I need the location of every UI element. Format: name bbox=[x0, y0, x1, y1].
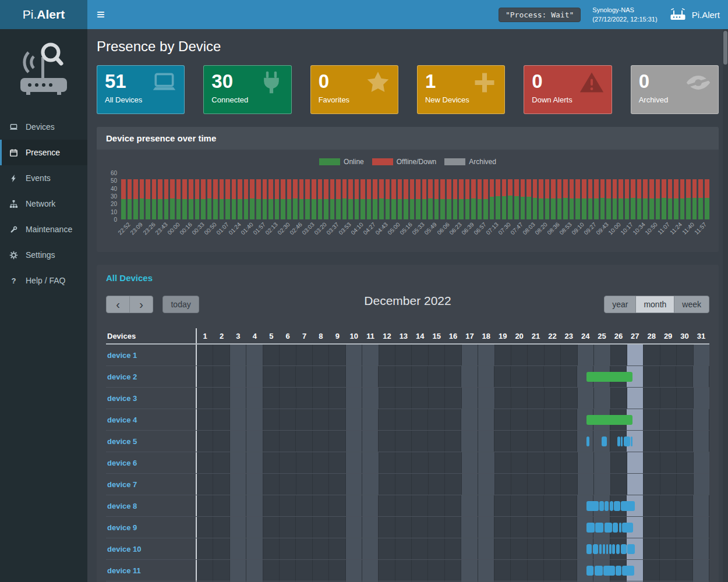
sidebar-toggle-icon[interactable]: ≡ bbox=[87, 0, 114, 29]
presence-event-bar[interactable] bbox=[593, 544, 598, 554]
sidebar-item-settings[interactable]: Settings bbox=[0, 242, 87, 268]
calendar-next-button[interactable]: › bbox=[129, 296, 153, 313]
laptop-icon bbox=[150, 70, 179, 98]
calendar-view-year-button[interactable]: year bbox=[604, 296, 636, 313]
presence-event-bar[interactable] bbox=[599, 501, 604, 511]
all-devices-panel: All Devices ‹ › today December 2022 year… bbox=[97, 265, 719, 582]
presence-event-bar[interactable] bbox=[616, 566, 621, 576]
device-link[interactable]: device 5 bbox=[107, 437, 137, 446]
device-link[interactable]: device 9 bbox=[107, 523, 137, 532]
device-link[interactable]: device 2 bbox=[107, 372, 137, 381]
presence-event-bar[interactable] bbox=[621, 436, 623, 446]
calendar-prev-button[interactable]: ‹ bbox=[106, 296, 130, 313]
calendar-day-cell bbox=[461, 517, 478, 538]
offline-segment bbox=[133, 179, 138, 200]
device-link[interactable]: device 3 bbox=[107, 394, 137, 403]
calendar-rows: device 1device 2device 3device 4device 5… bbox=[106, 345, 709, 582]
offline-segment bbox=[287, 179, 292, 200]
calendar-day-cell bbox=[346, 345, 362, 365]
navbar-right: "Process: Wait" Synology-NAS (27/12/2022… bbox=[499, 0, 728, 29]
navbar-brand-link[interactable]: Pi.Alert bbox=[669, 6, 720, 23]
offline-segment bbox=[152, 179, 157, 200]
device-link[interactable]: device 6 bbox=[107, 459, 137, 467]
presence-event-bar[interactable] bbox=[616, 544, 620, 554]
calendar-day-cell bbox=[296, 409, 312, 430]
calendar-day-cell bbox=[478, 366, 494, 387]
presence-event-bar[interactable] bbox=[595, 566, 603, 576]
calendar-day-cell bbox=[627, 474, 644, 495]
calendar-day-cell bbox=[263, 431, 280, 452]
calendar-day-cell bbox=[263, 517, 280, 538]
calendar-day-cell bbox=[462, 474, 478, 495]
presence-event-bar[interactable] bbox=[612, 544, 615, 554]
summary-card-down-alerts[interactable]: 0Down Alerts bbox=[524, 65, 612, 114]
device-link[interactable]: device 4 bbox=[107, 416, 137, 424]
presence-event-bar[interactable] bbox=[595, 523, 603, 533]
offline-segment bbox=[588, 179, 593, 198]
app-logo[interactable]: Pi.Alert bbox=[0, 0, 87, 29]
summary-card-favorites[interactable]: 0Favorites bbox=[310, 65, 398, 114]
x-tick-label: 00:33 bbox=[190, 221, 205, 236]
calendar-view-week-button[interactable]: week bbox=[674, 296, 709, 313]
presence-event-bar[interactable] bbox=[610, 501, 613, 511]
online-segment bbox=[128, 199, 132, 219]
calendar-day-cell bbox=[263, 538, 280, 559]
device-link[interactable]: device 1 bbox=[107, 351, 137, 360]
sidebar-item-presence[interactable]: Presence bbox=[0, 140, 87, 165]
summary-card-connected[interactable]: 30Connected bbox=[203, 65, 291, 114]
calendar-day-header: 18 bbox=[478, 328, 494, 343]
presence-event-bar[interactable] bbox=[622, 566, 634, 576]
presence-event-bar[interactable] bbox=[622, 523, 633, 533]
sidebar-item-devices[interactable]: Devices bbox=[0, 114, 87, 140]
calendar-day-header: 7 bbox=[296, 328, 312, 343]
presence-event-bar[interactable] bbox=[631, 436, 632, 446]
sidebar-item-maintenance[interactable]: Maintenance bbox=[0, 217, 87, 242]
presence-event-bar[interactable] bbox=[603, 544, 605, 554]
calendar-row-device-8: device 8 bbox=[106, 495, 709, 517]
calendar-day-cell bbox=[495, 345, 511, 365]
presence-event-bar[interactable] bbox=[619, 523, 621, 533]
presence-event-bar[interactable] bbox=[599, 544, 602, 554]
device-link[interactable]: device 10 bbox=[107, 545, 142, 553]
presence-event-bar[interactable] bbox=[606, 544, 609, 554]
presence-event-bar[interactable] bbox=[614, 501, 620, 511]
presence-event-bar[interactable] bbox=[621, 544, 627, 554]
presence-event-bar[interactable] bbox=[603, 566, 614, 576]
calendar-view-month-button[interactable]: month bbox=[635, 296, 674, 313]
calendar-day-cell bbox=[263, 452, 280, 473]
presence-event-bar[interactable] bbox=[586, 415, 632, 425]
summary-card-all-devices[interactable]: 51All Devices bbox=[97, 65, 185, 114]
presence-event-bar[interactable] bbox=[627, 544, 635, 554]
device-link[interactable]: device 11 bbox=[107, 566, 141, 575]
presence-event-bar[interactable] bbox=[609, 544, 612, 554]
x-tick-label: 03:37 bbox=[326, 221, 340, 236]
sidebar-item-help-faq[interactable]: ?Help / FAQ bbox=[0, 268, 87, 293]
presence-event-bar[interactable] bbox=[586, 501, 599, 511]
presence-event-bar[interactable] bbox=[621, 501, 635, 511]
sidebar-item-events[interactable]: Events bbox=[0, 165, 87, 191]
x-tick-label: 23:26 bbox=[142, 221, 156, 236]
sidebar-item-network[interactable]: Network bbox=[0, 191, 87, 217]
presence-event-bar[interactable] bbox=[605, 523, 612, 533]
offline-segment bbox=[643, 179, 648, 198]
presence-event-bar[interactable] bbox=[613, 523, 618, 533]
scrollbar-thumb[interactable] bbox=[723, 31, 727, 65]
presence-event-bar[interactable] bbox=[617, 436, 620, 446]
summary-card-new-devices[interactable]: 1New Devices bbox=[417, 65, 505, 114]
device-link[interactable]: device 8 bbox=[107, 502, 137, 510]
presence-event-bar[interactable] bbox=[586, 544, 592, 554]
presence-event-bar[interactable] bbox=[586, 523, 595, 533]
chart-bar bbox=[434, 179, 439, 219]
x-tick-label: 02:13 bbox=[264, 221, 278, 236]
presence-event-bar[interactable] bbox=[624, 436, 630, 446]
presence-event-bar[interactable] bbox=[605, 501, 609, 511]
presence-event-bar[interactable] bbox=[586, 372, 632, 382]
summary-card-archived[interactable]: 0Archived bbox=[631, 65, 719, 114]
presence-event-bar[interactable] bbox=[602, 436, 607, 446]
presence-event-bar[interactable] bbox=[586, 566, 594, 576]
device-link[interactable]: device 7 bbox=[107, 480, 137, 489]
presence-event-bar[interactable] bbox=[586, 436, 590, 446]
calendar-today-button[interactable]: today bbox=[162, 296, 199, 313]
navbar-brand-label: Pi.Alert bbox=[692, 10, 720, 20]
calendar-row-device-9: device 9 bbox=[106, 517, 709, 538]
